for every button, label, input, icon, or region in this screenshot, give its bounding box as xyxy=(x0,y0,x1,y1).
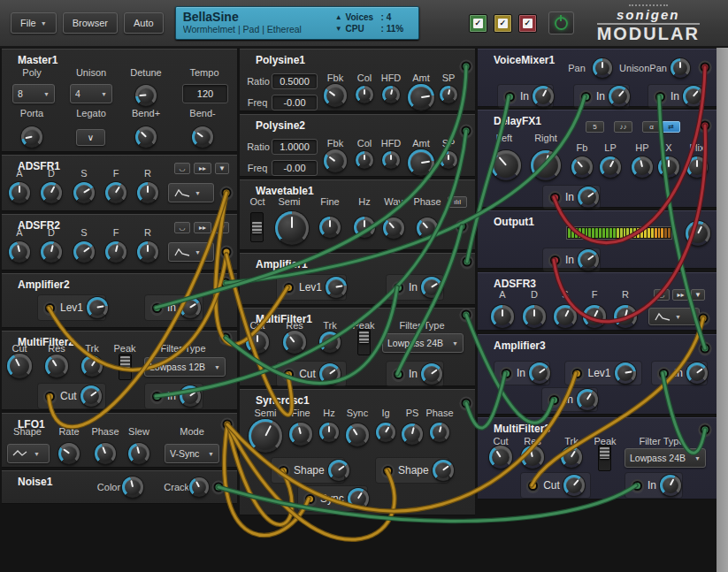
semi-knob[interactable] xyxy=(249,419,282,453)
volume-knob[interactable] xyxy=(686,221,710,246)
env-shape-dropdown[interactable]: ▼ xyxy=(168,242,214,262)
ratio-value[interactable]: 0.5000 xyxy=(272,73,318,89)
slew-knob[interactable] xyxy=(128,443,149,464)
sp-knob[interactable] xyxy=(440,151,457,169)
preset-down-icon[interactable]: ▼ xyxy=(335,25,342,33)
shape-dropdown[interactable]: ▼ xyxy=(7,444,50,463)
output-port[interactable] xyxy=(699,423,712,437)
wav-knob[interactable] xyxy=(383,217,404,239)
output-port[interactable] xyxy=(461,255,474,269)
unison-dropdown[interactable]: 4▼ xyxy=(70,84,112,103)
res-knob[interactable] xyxy=(45,355,68,378)
sustain-mode-button[interactable]: ▼ xyxy=(215,163,229,174)
release-knob[interactable] xyxy=(137,241,158,263)
output-port[interactable] xyxy=(699,119,712,133)
file-button[interactable]: File ▼ xyxy=(11,12,57,34)
freq-value[interactable]: -0.00 xyxy=(272,95,318,111)
output-port[interactable] xyxy=(699,61,712,74)
freq-value[interactable]: -0.00 xyxy=(272,160,318,176)
decay-knob[interactable] xyxy=(41,182,62,203)
fb-knob[interactable] xyxy=(571,156,593,178)
sustain-knob[interactable] xyxy=(554,305,577,328)
phase-knob[interactable] xyxy=(417,217,438,239)
left-knob[interactable] xyxy=(491,150,521,180)
output-port[interactable] xyxy=(697,312,710,325)
in3-port[interactable] xyxy=(657,367,671,380)
cut-mod-port[interactable] xyxy=(43,390,57,403)
x-knob[interactable] xyxy=(658,156,679,178)
output-port[interactable] xyxy=(699,342,712,355)
decay-knob[interactable] xyxy=(41,241,62,263)
pan-knob[interactable] xyxy=(593,58,612,78)
fade-knob[interactable] xyxy=(583,305,606,328)
hz-knob[interactable] xyxy=(319,423,339,442)
trk-knob[interactable] xyxy=(319,332,341,353)
hz-knob[interactable] xyxy=(354,217,375,238)
ratio-value[interactable]: 1.0000 xyxy=(272,139,318,155)
patch-canvas[interactable]: Master1PolyUnisonDetuneTempo8▼4▼120Porta… xyxy=(0,0,728,572)
attack-knob[interactable] xyxy=(491,305,514,328)
output-port[interactable] xyxy=(221,418,234,431)
in4-port[interactable] xyxy=(548,393,561,407)
lev1-knob[interactable] xyxy=(326,277,347,298)
in4-knob[interactable] xyxy=(577,389,598,410)
shape2-port[interactable] xyxy=(381,464,395,477)
amt-knob[interactable] xyxy=(408,84,434,111)
decay-knob[interactable] xyxy=(523,305,546,328)
oct-slider[interactable] xyxy=(250,212,264,242)
porta-knob[interactable] xyxy=(21,126,42,148)
cut-mod-knob[interactable] xyxy=(319,363,341,385)
attack-knob[interactable] xyxy=(9,241,30,263)
in1-port[interactable] xyxy=(503,90,517,103)
in-knob[interactable] xyxy=(660,475,681,496)
fade-knob[interactable] xyxy=(105,182,126,203)
in-port[interactable] xyxy=(548,254,562,267)
cut-mod-port[interactable] xyxy=(282,368,295,381)
filter-type-dropdown[interactable]: Lowpass 12B▼ xyxy=(144,357,226,377)
trk-knob[interactable] xyxy=(81,355,103,377)
sp-knob[interactable] xyxy=(440,86,457,103)
lev1-knob[interactable] xyxy=(87,297,108,318)
env-shape-dropdown[interactable]: ▼ xyxy=(648,308,700,325)
shape2-knob[interactable] xyxy=(433,460,454,481)
sustain-knob[interactable] xyxy=(73,182,95,203)
in-knob[interactable] xyxy=(180,385,201,407)
output-port[interactable] xyxy=(460,397,473,410)
hp-knob[interactable] xyxy=(632,156,653,178)
peak-slider[interactable] xyxy=(598,445,611,471)
bend-minus-knob[interactable] xyxy=(192,126,213,148)
output-port[interactable] xyxy=(212,481,226,494)
attack-knob[interactable] xyxy=(9,182,30,203)
output-port[interactable] xyxy=(460,125,473,138)
fbk-knob[interactable] xyxy=(324,149,347,172)
preset-display[interactable]: BellaSine Wormhelmet | Pad | Ethereal ▲ … xyxy=(175,6,419,40)
output-port[interactable] xyxy=(220,187,234,200)
crackle-knob[interactable] xyxy=(189,477,209,497)
in-knob[interactable] xyxy=(421,363,442,385)
curve-button[interactable]: ◡ xyxy=(174,222,190,233)
trk-knob[interactable] xyxy=(561,446,582,468)
in-knob[interactable] xyxy=(578,249,599,271)
retrig-button[interactable]: ▸▸ xyxy=(672,289,689,301)
retrig-button[interactable]: ▸▸ xyxy=(194,222,211,233)
mix-knob[interactable] xyxy=(686,156,708,178)
lev1-port[interactable] xyxy=(43,301,57,315)
in-port[interactable] xyxy=(150,301,164,315)
release-knob[interactable] xyxy=(614,305,637,328)
bend-plus-knob[interactable] xyxy=(135,126,157,148)
sync-mod-port[interactable] xyxy=(303,492,317,506)
peak-slider[interactable] xyxy=(119,354,132,380)
output-port[interactable] xyxy=(460,309,473,322)
fade-knob[interactable] xyxy=(105,241,126,263)
sustain-mode-button[interactable]: ▼ xyxy=(691,289,705,301)
in-port[interactable] xyxy=(548,191,562,204)
in2-knob[interactable] xyxy=(609,86,630,107)
lp-knob[interactable] xyxy=(600,156,621,178)
toggle-green[interactable]: ✓ xyxy=(469,14,487,33)
res-knob[interactable] xyxy=(521,446,544,469)
poly-dropdown[interactable]: 8▼ xyxy=(12,84,55,103)
wave-display-button[interactable]: ılıl xyxy=(448,196,467,208)
semi-knob[interactable] xyxy=(275,211,309,245)
peak-slider[interactable] xyxy=(357,329,371,355)
hfd-knob[interactable] xyxy=(382,86,400,103)
